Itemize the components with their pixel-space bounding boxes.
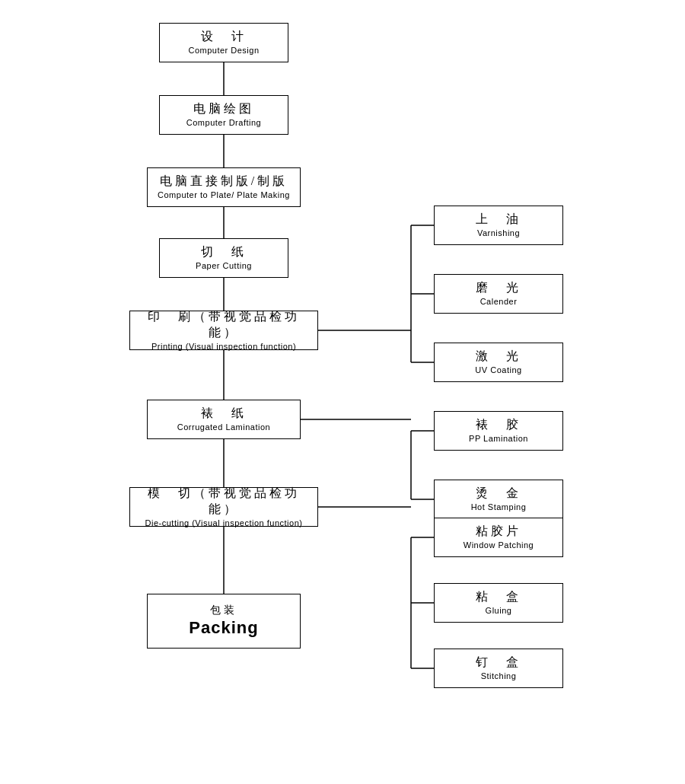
node-hot-stamping-zh: 烫 金 <box>476 486 521 502</box>
node-uv-coating-en: UV Coating <box>475 365 521 375</box>
node-computer-design-zh: 设 计 <box>201 29 247 45</box>
node-computer-design: 设 计 Computer Design <box>159 23 288 62</box>
node-plate-making-en: Computer to Plate/ Plate Making <box>158 190 290 200</box>
node-computer-design-en: Computer Design <box>188 45 259 56</box>
node-corrugated-en: Corrugated Lamination <box>177 422 270 432</box>
node-hot-stamping: 烫 金 Hot Stamping <box>434 480 563 519</box>
flowchart: 设 计 Computer Design 电脑绘图 Computer Drafti… <box>15 15 670 769</box>
connector-lines <box>15 15 670 769</box>
node-gluing-zh: 粘 盒 <box>476 589 521 605</box>
node-printing: 印 刷（带视觉品检功能） Printing (Visual inspection… <box>129 311 318 350</box>
node-corrugated-zh: 裱 纸 <box>201 406 247 422</box>
node-hot-stamping-en: Hot Stamping <box>471 502 527 512</box>
node-window-patching-zh: 粘胶片 <box>476 524 521 540</box>
node-stitching-zh: 钉 盒 <box>476 655 521 671</box>
node-stitching: 钉 盒 Stitching <box>434 649 563 688</box>
node-uv-coating: 激 光 UV Coating <box>434 343 563 382</box>
node-computer-drafting-zh: 电脑绘图 <box>193 101 254 117</box>
node-packing-en: Packing <box>189 617 258 639</box>
node-computer-drafting-en: Computer Drafting <box>186 117 261 128</box>
node-plate-making: 电脑直接制版/制版 Computer to Plate/ Plate Makin… <box>147 167 301 207</box>
node-paper-cutting-zh: 切 纸 <box>201 244 247 260</box>
node-pp-lamination: 裱 胶 PP Lamination <box>434 411 563 451</box>
node-die-cutting: 模 切（带视觉品检功能） Die-cutting (Visual inspect… <box>129 487 318 527</box>
node-packing-zh: 包装 <box>210 604 237 617</box>
node-computer-drafting: 电脑绘图 Computer Drafting <box>159 95 288 135</box>
node-corrugated: 裱 纸 Corrugated Lamination <box>147 400 301 439</box>
node-paper-cutting: 切 纸 Paper Cutting <box>159 238 288 278</box>
node-gluing: 粘 盒 Gluing <box>434 583 563 623</box>
node-pp-lamination-zh: 裱 胶 <box>476 417 521 433</box>
node-calender-zh: 磨 光 <box>476 280 521 296</box>
node-uv-coating-zh: 激 光 <box>476 349 521 365</box>
node-packing: 包装 Packing <box>147 594 301 649</box>
node-plate-making-zh: 电脑直接制版/制版 <box>160 174 288 190</box>
node-varnishing-zh: 上 油 <box>476 212 521 228</box>
node-pp-lamination-en: PP Lamination <box>469 433 528 444</box>
node-varnishing: 上 油 Varnishing <box>434 206 563 245</box>
node-paper-cutting-en: Paper Cutting <box>196 260 252 271</box>
node-printing-zh: 印 刷（带视觉品检功能） <box>136 309 311 341</box>
node-calender-en: Calender <box>480 296 518 307</box>
node-window-patching-en: Window Patching <box>464 540 534 550</box>
node-die-cutting-en: Die-cutting (Visual inspection function) <box>145 518 303 528</box>
node-calender: 磨 光 Calender <box>434 274 563 314</box>
node-gluing-en: Gluing <box>486 605 512 616</box>
node-stitching-en: Stitching <box>481 671 517 681</box>
node-printing-en: Printing (Visual inspection function) <box>151 341 296 352</box>
node-die-cutting-zh: 模 切（带视觉品检功能） <box>136 486 311 518</box>
node-window-patching: 粘胶片 Window Patching <box>434 518 563 557</box>
node-varnishing-en: Varnishing <box>477 228 520 238</box>
